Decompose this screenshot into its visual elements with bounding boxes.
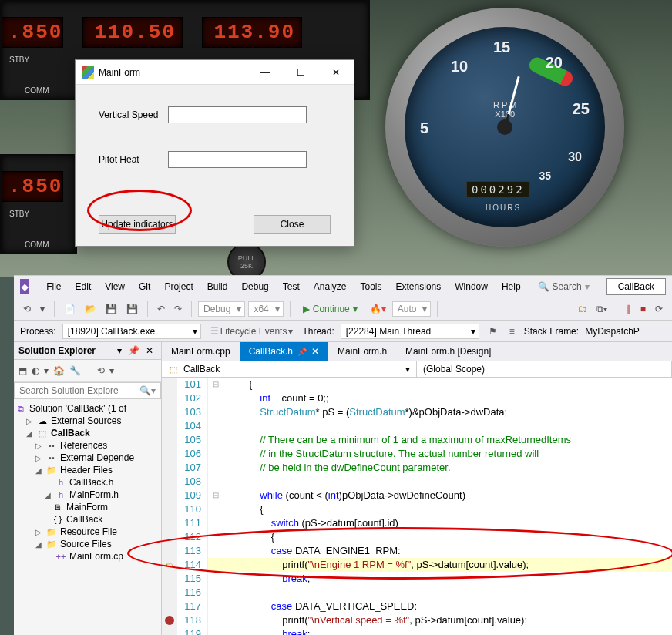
menu-view[interactable]: View [99,278,131,295]
project-scope-dropdown[interactable]: ⬚CallBack▾ [162,361,417,377]
continue-button[interactable]: Continue ▾ [297,302,364,316]
tab-mainform-h--design-[interactable]: MainForm.h [Design] [396,342,500,361]
threads-icon[interactable]: ≡ [506,324,518,338]
code-editor[interactable]: 101⊟ {102 int count = 0;;103 StructDatum… [162,378,672,635]
solution-search[interactable]: 🔍▾ [14,382,161,399]
stop-icon[interactable]: ■ [637,302,649,316]
hot-reload-icon[interactable]: 🔥▾ [367,302,389,316]
breakpoint-icon[interactable] [165,616,174,625]
layout-icon[interactable]: ⧉▾ [593,302,610,316]
code-line[interactable]: 105 // There can be a minimum of 1 and a… [162,433,672,447]
menu-project[interactable]: Project [158,278,199,295]
save-icon[interactable]: 💾 [102,302,120,316]
redo-icon[interactable]: ↷ [171,302,185,316]
code-line[interactable]: 104 [162,419,672,433]
code-line[interactable]: 118 printf("\nVertical speed = %f", pS->… [162,613,672,627]
close-button[interactable]: ✕ [318,61,354,84]
sync-icon[interactable]: ⟲ [97,365,105,376]
external-sources-node[interactable]: ▷☁External Sources [15,415,160,427]
menu-help[interactable]: Help [496,278,527,295]
back-icon[interactable]: ◐ [32,365,39,376]
save-all-icon[interactable]: 💾 [123,302,141,316]
code-line[interactable]: 111 switch (pS->datum[count].id) [162,516,672,530]
pin-icon[interactable]: 📌 [297,348,307,356]
solution-button[interactable]: CallBack [606,278,666,295]
code-line[interactable]: 107 // be held in the dwDefineCount para… [162,461,672,475]
menu-debug[interactable]: Debug [235,278,274,295]
close-panel-icon[interactable]: ✕ [146,345,153,356]
menu-test[interactable]: Test [277,278,306,295]
references-node[interactable]: ▷▪▪References [15,439,160,452]
home-icon[interactable]: ⬒ [18,365,27,376]
external-deps-node[interactable]: ▷▪▪External Depende [15,452,160,464]
code-line[interactable]: 115 break; [162,572,672,586]
menu-analyze[interactable]: Analyze [307,278,353,295]
source-files-node[interactable]: ◢📁Source Files [15,538,160,550]
close-tab-icon[interactable]: ✕ [311,346,319,357]
nav-back-icon[interactable]: ⟲ [20,302,34,316]
resource-files-node[interactable]: ▷📁Resource File [15,526,160,538]
process-dropdown[interactable]: [18920] CallBack.exe [62,324,201,339]
undo-icon[interactable]: ↶ [154,302,168,316]
code-line[interactable]: 110 { [162,502,672,516]
code-line[interactable]: ➪114 printf("\nEngine 1 RPM = %f", pS->d… [162,558,672,572]
code-line[interactable]: 119 break; [162,627,672,635]
auto-dropdown[interactable]: Auto [392,301,432,317]
mainform-h-node[interactable]: ◢hMainForm.h [15,489,160,501]
minimize-button[interactable]: — [247,61,283,84]
line-number: 112 [177,530,208,544]
maximize-button[interactable]: ☐ [283,61,318,84]
code-line[interactable]: 108 [162,475,672,489]
mainform-ns-node[interactable]: 🗎MainForm [15,501,160,513]
config-dropdown[interactable]: Debug [198,301,245,317]
titlebar[interactable]: MainForm — ☐ ✕ [76,60,354,85]
menu-git[interactable]: Git [133,278,156,295]
pitot-heat-field[interactable] [168,151,307,168]
tab-mainform-cpp[interactable]: MainForm.cpp [162,342,240,361]
code-line[interactable]: 117 case DATA_VERTICAL_SPEED: [162,600,672,613]
code-line[interactable]: 103 StructDatum* pS = (StructDatum*)&pOb… [162,405,672,419]
mainform-cpp-node[interactable]: ++MainForm.cp [15,550,160,563]
flag-icon[interactable]: ⚑ [486,324,500,338]
open-icon[interactable]: 📂 [82,302,99,316]
toolbox-icon[interactable]: 🗂 [575,302,590,316]
global-scope-dropdown[interactable]: (Global Scope) [417,361,672,377]
menu-tools[interactable]: Tools [354,278,388,295]
close-dialog-button[interactable]: Close [254,215,331,234]
menu-build[interactable]: Build [201,278,234,295]
callback-ns-node[interactable]: { }CallBack [15,513,160,526]
switch-view-icon[interactable]: 🔧 [69,365,81,376]
new-item-icon[interactable]: 📄 [61,302,79,316]
menu-file[interactable]: File [40,278,67,295]
code-line[interactable]: 106 // in the StructDatum structure. The… [162,447,672,461]
thread-dropdown[interactable]: [22284] Main Thread [341,324,479,339]
callback-h-node[interactable]: hCallBack.h [15,476,160,489]
menu-window[interactable]: Window [449,278,494,295]
pin-icon[interactable]: 📌 [128,345,139,356]
code-line[interactable]: 109⊟ while (count < (int)pObjData->dwDef… [162,489,672,502]
lifecycle-events-icon[interactable]: ☰ Lifecycle Events ▾ [207,324,297,338]
project-node[interactable]: ◢⬚CallBack [15,427,160,439]
menu-extensions[interactable]: Extensions [390,278,448,295]
code-line[interactable]: 113 case DATA_ENGINE1_RPM: [162,544,672,558]
code-line[interactable]: 112 { [162,530,672,544]
pause-icon[interactable]: ∥ [623,302,634,316]
update-indicators-button[interactable]: Update indicators [99,215,176,234]
code-line[interactable]: 102 int count = 0;; [162,391,672,405]
header-files-node[interactable]: ◢📁Header Files [15,464,160,476]
restart-icon[interactable]: ⟳ [652,302,666,316]
nav-fwd-icon[interactable]: ▾ [37,302,48,316]
home-icon[interactable]: 🏠 [53,365,65,376]
vertical-speed-field[interactable] [168,106,307,123]
search-button[interactable]: 🔍 Search ▾ [529,280,599,294]
solution-node[interactable]: ⧉Solution 'CallBack' (1 of [15,402,160,415]
line-number: 118 [177,613,208,627]
dropdown-icon[interactable]: ▾ [117,345,122,356]
menu-edit[interactable]: Edit [69,278,98,295]
tab-callback-h[interactable]: CallBack.h📌✕ [240,342,328,361]
code-line[interactable]: 116 [162,586,672,600]
tab-mainform-h[interactable]: MainForm.h [328,342,396,361]
platform-dropdown[interactable]: x64 [248,301,283,317]
solution-search-input[interactable] [19,385,139,396]
code-line[interactable]: 101⊟ { [162,378,672,391]
